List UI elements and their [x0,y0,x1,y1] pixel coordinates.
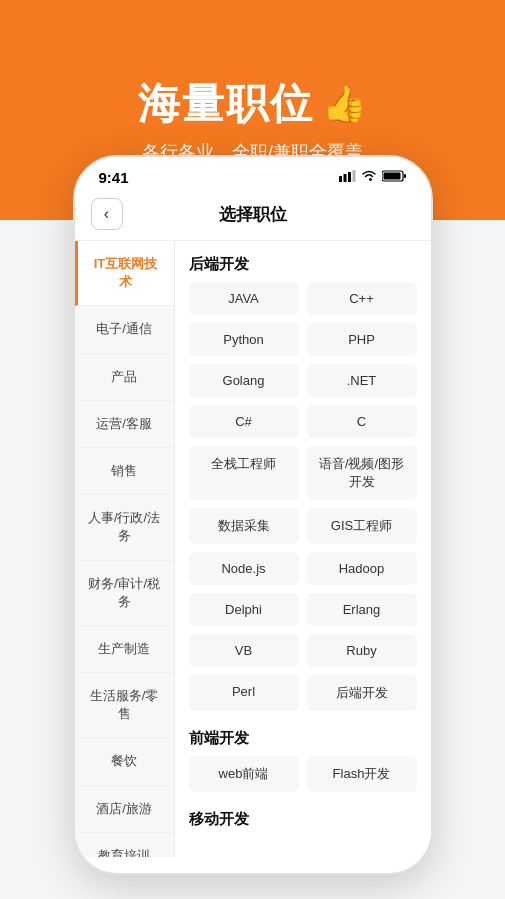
status-icons [339,170,407,185]
tag-item-0-12[interactable]: Node.js [189,552,299,585]
tag-item-0-6[interactable]: C# [189,405,299,438]
tag-grid-1: web前端Flash开发 [175,756,431,796]
tag-grid-0: JAVAC++PythonPHPGolang.NETC#C全栈工程师语音/视频/… [175,282,431,715]
tag-item-0-15[interactable]: Erlang [307,593,417,626]
content-area: IT互联网技术电子/通信产品运营/客服销售人事/行政/法务财务/审计/税务生产制… [75,241,431,857]
tag-item-0-1[interactable]: C++ [307,282,417,315]
battery-icon [382,170,407,185]
sidebar-item-1[interactable]: 电子/通信 [75,306,174,353]
tag-item-0-0[interactable]: JAVA [189,282,299,315]
tag-item-0-14[interactable]: Delphi [189,593,299,626]
tag-item-0-7[interactable]: C [307,405,417,438]
tag-item-0-18[interactable]: Perl [189,675,299,711]
sidebar-item-2[interactable]: 产品 [75,354,174,401]
wifi-icon [361,170,377,185]
back-button[interactable]: ‹ [91,198,123,230]
section-title-0: 后端开发 [175,241,431,282]
svg-rect-2 [348,172,351,182]
tag-item-0-5[interactable]: .NET [307,364,417,397]
sidebar-item-3[interactable]: 运营/客服 [75,401,174,448]
tag-item-0-10[interactable]: 数据采集 [189,508,299,544]
svg-rect-5 [404,174,406,178]
tag-item-0-2[interactable]: Python [189,323,299,356]
sidebar: IT互联网技术电子/通信产品运营/客服销售人事/行政/法务财务/审计/税务生产制… [75,241,175,857]
tag-item-0-11[interactable]: GIS工程师 [307,508,417,544]
tag-item-0-19[interactable]: 后端开发 [307,675,417,711]
nav-header: ‹ 选择职位 [75,192,431,241]
svg-rect-0 [339,176,342,182]
tag-item-1-1[interactable]: Flash开发 [307,756,417,792]
sidebar-item-0[interactable]: IT互联网技术 [75,241,174,306]
nav-title: 选择职位 [219,203,287,226]
right-content: 后端开发JAVAC++PythonPHPGolang.NETC#C全栈工程师语音… [175,241,431,857]
sidebar-item-6[interactable]: 财务/审计/税务 [75,561,174,626]
sidebar-item-11[interactable]: 教育培训 [75,833,174,857]
sidebar-item-4[interactable]: 销售 [75,448,174,495]
signal-icon [339,170,356,185]
sidebar-item-8[interactable]: 生活服务/零售 [75,673,174,738]
thumb-icon: 👍 [322,83,367,125]
status-time: 9:41 [99,169,129,186]
phone-mockup: 9:41 ‹ 选择职位 IT互联网技术电子/通信产品运营/客服销售人事/行政/法… [73,155,433,875]
status-bar: 9:41 [75,157,431,192]
svg-rect-3 [352,170,355,182]
svg-rect-1 [343,174,346,182]
tag-item-1-0[interactable]: web前端 [189,756,299,792]
tag-item-0-3[interactable]: PHP [307,323,417,356]
tag-item-0-13[interactable]: Hadoop [307,552,417,585]
section-title-2: 移动开发 [175,796,431,837]
svg-rect-6 [383,173,400,180]
tag-item-0-4[interactable]: Golang [189,364,299,397]
sidebar-item-7[interactable]: 生产制造 [75,626,174,673]
sidebar-item-10[interactable]: 酒店/旅游 [75,786,174,833]
section-title-1: 前端开发 [175,715,431,756]
tag-item-0-8[interactable]: 全栈工程师 [189,446,299,500]
tag-item-0-16[interactable]: VB [189,634,299,667]
headline-row: 海量职位 👍 [138,76,367,132]
tag-item-0-17[interactable]: Ruby [307,634,417,667]
headline-text: 海量职位 [138,76,314,132]
tag-item-0-9[interactable]: 语音/视频/图形开发 [307,446,417,500]
sidebar-item-9[interactable]: 餐饮 [75,738,174,785]
sidebar-item-5[interactable]: 人事/行政/法务 [75,495,174,560]
